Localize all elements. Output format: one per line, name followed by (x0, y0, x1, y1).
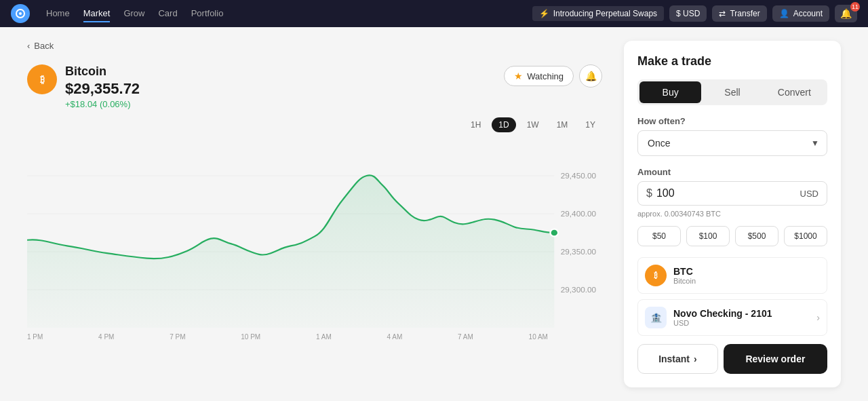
svg-text:29,350.00: 29,350.00 (561, 248, 596, 256)
chart-x-1pm: 1 PM (27, 333, 43, 341)
time-1h[interactable]: 1H (464, 117, 488, 132)
svg-text:29,400.00: 29,400.00 (561, 210, 596, 218)
app-logo[interactable] (11, 4, 30, 23)
dollar-sign: $ (646, 187, 652, 199)
account-row[interactable]: 🏦 Novo Checking - 2101 USD › (637, 299, 827, 336)
user-icon: 👤 (779, 9, 789, 18)
notification-badge: 11 (850, 2, 860, 12)
nav-home[interactable]: Home (46, 5, 70, 22)
nav-card[interactable]: Card (158, 5, 177, 22)
chart-svg: 29,450.00 29,400.00 29,350.00 29,300.00 (27, 138, 602, 328)
asset-name: Bitcoin (673, 277, 820, 285)
tab-convert[interactable]: Convert (764, 81, 825, 103)
chart-x-1am: 1 AM (316, 333, 332, 341)
main-content: ‹ Back ₿ Bitcoin $29,355.72 +$18.04 (0.0… (0, 27, 868, 401)
chart-x-10pm: 10 PM (241, 333, 260, 341)
alert-bell-button[interactable]: 🔔 (579, 64, 602, 88)
svg-point-1 (19, 12, 22, 15)
time-1m[interactable]: 1M (550, 117, 575, 132)
transfer-label: Transfer (730, 9, 760, 18)
chart-x-7pm: 7 PM (170, 333, 185, 341)
trade-card: Make a trade Buy Sell Convert How often?… (624, 41, 841, 387)
quick-amounts: $50 $100 $500 $1000 (637, 226, 827, 246)
coin-symbol: ₿ (40, 74, 45, 85)
transfer-icon: ⇄ (719, 9, 726, 18)
back-button[interactable]: ‹ Back (27, 41, 602, 51)
row-arrow-icon: › (816, 312, 820, 323)
trade-tabs: Buy Sell Convert (637, 79, 827, 105)
currency-button[interactable]: $ USD (669, 5, 707, 22)
account-label: Account (793, 9, 823, 18)
chart-x-labels: 1 PM 4 PM 7 PM 10 PM 1 AM 4 AM 7 AM 10 A… (27, 330, 548, 341)
price-chart: 29,450.00 29,400.00 29,350.00 29,300.00 … (27, 138, 602, 328)
coin-logo: ₿ (27, 64, 57, 94)
btc-icon: ₿ (645, 265, 667, 286)
asset-details: BTC Bitcoin (673, 266, 820, 285)
nav-links: Home Market Grow Card Portfolio (46, 5, 516, 22)
account-name: Novo Checking - 2101 (673, 308, 810, 319)
promo-text: Introducing Perpetual Swaps (553, 9, 657, 18)
amount-label: Amount (637, 167, 827, 177)
notifications-button[interactable]: 🔔 11 (835, 5, 857, 22)
bell-icon: 🔔 (585, 71, 597, 81)
action-buttons: Instant › Review order (637, 344, 827, 374)
coin-name: Bitcoin (65, 64, 140, 79)
amount-currency-label: USD (800, 189, 818, 199)
chart-x-4pm: 4 PM (98, 333, 114, 341)
transfer-button[interactable]: ⇄ Transfer (712, 5, 766, 22)
bank-icon: 🏦 (645, 307, 667, 328)
nav-market[interactable]: Market (83, 5, 111, 22)
review-order-button[interactable]: Review order (724, 344, 827, 374)
watching-button[interactable]: ★ Watching (504, 66, 574, 86)
coin-header: ₿ Bitcoin $29,355.72 +$18.04 (0.06%) ★ W… (27, 64, 602, 109)
time-period-selector: 1H 1D 1W 1M 1Y (27, 117, 602, 132)
svg-point-6 (550, 229, 558, 237)
time-1d[interactable]: 1D (492, 117, 515, 132)
frequency-select[interactable]: Once Daily Weekly Monthly (637, 130, 827, 156)
back-label: Back (34, 41, 54, 51)
top-navigation: Home Market Grow Card Portfolio ⚡ Introd… (0, 0, 868, 27)
nav-right: ⚡ Introducing Perpetual Swaps $ USD ⇄ Tr… (532, 5, 857, 22)
right-panel: Make a trade Buy Sell Convert How often?… (624, 41, 841, 387)
instant-button[interactable]: Instant › (637, 344, 718, 374)
amount-input-wrap: $ USD (637, 181, 827, 206)
coin-change: +$18.04 (0.06%) (65, 99, 140, 109)
chart-x-10am: 10 AM (529, 333, 548, 341)
promo-banner[interactable]: ⚡ Introducing Perpetual Swaps (532, 6, 664, 21)
chart-x-4am: 4 AM (387, 333, 402, 341)
svg-text:29,450.00: 29,450.00 (561, 172, 596, 180)
nav-grow[interactable]: Grow (123, 5, 144, 22)
amount-input[interactable] (656, 187, 800, 199)
left-panel: ‹ Back ₿ Bitcoin $29,355.72 +$18.04 (0.0… (27, 41, 602, 387)
tab-buy[interactable]: Buy (639, 81, 701, 103)
asset-symbol: BTC (673, 266, 820, 277)
account-button[interactable]: 👤 Account (772, 5, 829, 22)
quick-amount-50[interactable]: $50 (637, 226, 681, 246)
instant-label: Instant (658, 354, 690, 364)
back-arrow-icon: ‹ (27, 41, 30, 51)
star-icon: ★ (514, 71, 523, 81)
asset-row-btc[interactable]: ₿ BTC Bitcoin (637, 257, 827, 294)
approx-label: approx. 0.00340743 BTC (637, 210, 827, 218)
tab-sell[interactable]: Sell (701, 81, 763, 103)
quick-amount-100[interactable]: $100 (686, 226, 730, 246)
account-details: Novo Checking - 2101 USD (673, 308, 810, 327)
quick-amount-1000[interactable]: $1000 (784, 226, 827, 246)
coin-actions: ★ Watching 🔔 (504, 64, 602, 88)
time-1y[interactable]: 1Y (578, 117, 602, 132)
trade-title: Make a trade (637, 54, 827, 69)
coin-name-price: Bitcoin $29,355.72 +$18.04 (0.06%) (65, 64, 140, 109)
coin-info: ₿ Bitcoin $29,355.72 +$18.04 (0.06%) (27, 64, 140, 109)
account-sub: USD (673, 319, 810, 327)
watching-label: Watching (527, 71, 564, 81)
bolt-icon: ⚡ (539, 9, 549, 18)
chart-x-7am: 7 AM (458, 333, 473, 341)
instant-arrow-icon: › (694, 354, 697, 364)
frequency-select-wrap: Once Daily Weekly Monthly ▼ (637, 130, 827, 156)
how-often-label: How often? (637, 116, 827, 126)
coin-price: $29,355.72 (65, 80, 140, 98)
time-1w[interactable]: 1W (520, 117, 546, 132)
quick-amount-500[interactable]: $500 (735, 226, 778, 246)
svg-text:29,300.00: 29,300.00 (561, 286, 596, 294)
nav-portfolio[interactable]: Portfolio (191, 5, 224, 22)
